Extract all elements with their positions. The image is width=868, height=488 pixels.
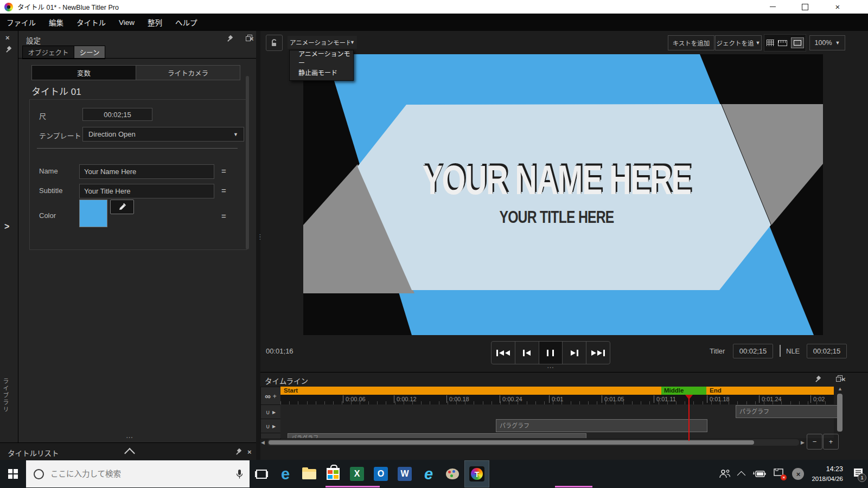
- title-list-pin-icon[interactable]: [235, 448, 241, 455]
- library-vertical-label[interactable]: ライブラリ: [1, 378, 10, 413]
- timeline-track-1[interactable]: パラグラフ: [280, 404, 834, 419]
- track-header-1[interactable]: ∪ ▶: [260, 404, 281, 420]
- clip-paragraph-3[interactable]: パラグラフ: [288, 433, 586, 438]
- subtab-light-camera[interactable]: ライトカメラ: [136, 66, 240, 80]
- action-center-button[interactable]: 1: [853, 468, 864, 480]
- menu-title[interactable]: タイトル: [70, 14, 112, 31]
- grid-toggle-icon[interactable]: [767, 40, 774, 46]
- subtitle-link-button[interactable]: =: [221, 186, 226, 195]
- eyedropper-button[interactable]: [110, 200, 134, 214]
- template-dropdown[interactable]: Direction Open ▼: [82, 127, 244, 142]
- timeline-marker-bar[interactable]: Start Middle End: [280, 387, 834, 395]
- start-button[interactable]: [0, 461, 26, 487]
- hidden-icons-chevron-icon[interactable]: [737, 471, 746, 479]
- settings-close-icon[interactable]: ×: [250, 35, 254, 42]
- panel-splitter[interactable]: ⋮: [256, 31, 260, 460]
- nle-duration-field[interactable]: 00:02;15: [807, 344, 847, 358]
- subtitle-input[interactable]: [79, 184, 214, 198]
- taskbar-app-excel[interactable]: X: [345, 461, 369, 487]
- zoom-dropdown[interactable]: 100% ▼: [809, 35, 845, 50]
- name-input[interactable]: [79, 164, 214, 179]
- menu-file[interactable]: ファイル: [0, 14, 42, 31]
- hscroll-left-arrow-icon[interactable]: ◀: [261, 440, 265, 445]
- settings-pin-icon[interactable]: [227, 35, 233, 42]
- track-header-3[interactable]: [260, 433, 281, 439]
- previous-frame-button[interactable]: [515, 342, 539, 364]
- taskbar-app-titler-pro-active[interactable]: T: [464, 460, 489, 487]
- close-button[interactable]: ×: [821, 0, 854, 14]
- timeline-zoom-in-button[interactable]: +: [823, 434, 839, 450]
- settings-scrollbar[interactable]: [246, 76, 249, 249]
- tab-scene[interactable]: シーン: [74, 46, 105, 59]
- collapse-chevron-icon[interactable]: [124, 448, 135, 459]
- next-frame-button[interactable]: [562, 342, 586, 364]
- title-list-close-icon[interactable]: ×: [247, 448, 252, 455]
- color-link-button[interactable]: =: [221, 211, 226, 221]
- subtab-variables[interactable]: 変数: [32, 66, 136, 80]
- battery-icon[interactable]: [752, 470, 766, 478]
- timeline-track-3[interactable]: パラグラフ: [280, 433, 834, 438]
- clip-paragraph-2[interactable]: パラグラフ: [496, 419, 707, 432]
- go-to-end-button[interactable]: [586, 342, 610, 364]
- safe-area-toggle-icon[interactable]: [791, 37, 804, 48]
- rail-expand-chevron-icon[interactable]: >: [4, 222, 9, 232]
- timeline-track-2[interactable]: パラグラフ: [280, 419, 834, 433]
- track-header-master[interactable]: ∞ +: [260, 387, 281, 406]
- hscroll-right-arrow-icon[interactable]: ▶: [801, 440, 805, 445]
- add-text-button[interactable]: キストを追加: [668, 35, 714, 50]
- search-input[interactable]: [49, 469, 236, 479]
- timeline-ruler[interactable]: 0:00.06 0:00.12 0:00.18 0:00.24 0:01 0:0…: [280, 395, 834, 404]
- task-view-button[interactable]: [250, 461, 273, 487]
- taskbar-app-edge[interactable]: e: [273, 461, 297, 487]
- lock-button[interactable]: [266, 35, 283, 51]
- menu-edit[interactable]: 編集: [42, 14, 70, 31]
- rail-pin-icon[interactable]: [5, 46, 11, 53]
- menu-item-still-mode[interactable]: 静止画モード: [290, 65, 353, 80]
- taskbar-app-outlook[interactable]: O: [369, 461, 393, 487]
- preview-resize-handle-icon[interactable]: ⋯: [547, 363, 555, 371]
- microphone-icon[interactable]: [236, 469, 243, 479]
- maximize-button[interactable]: [789, 0, 821, 14]
- settings-panel: 設定 × オブジェクト シーン 変数 ライトカメラ タイトル 01 尺 00:0…: [18, 31, 257, 442]
- menu-item-animation-mode[interactable]: アニメーションモー: [290, 50, 353, 65]
- menu-view[interactable]: View: [112, 14, 141, 31]
- timeline-hscrollbar[interactable]: [267, 439, 799, 446]
- taskbar-app-file-explorer[interactable]: [297, 461, 321, 487]
- animation-mode-dropdown[interactable]: アニメーションモード ▼: [288, 36, 357, 49]
- sync-error-icon[interactable]: ×: [792, 468, 804, 480]
- rail-close-icon[interactable]: ×: [5, 34, 10, 41]
- people-icon[interactable]: [719, 469, 731, 479]
- taskbar-app-store[interactable]: [321, 461, 345, 487]
- name-link-button[interactable]: =: [221, 166, 226, 176]
- add-object-button[interactable]: ジェクトを追▼: [715, 35, 762, 50]
- taskbar-app-word[interactable]: W: [393, 461, 417, 487]
- running-app-underline: [326, 486, 380, 487]
- settings-resize-handle-icon[interactable]: ⋯: [126, 433, 134, 441]
- menu-help[interactable]: ヘルプ: [169, 14, 204, 31]
- track-header-2[interactable]: ∪ ▶: [260, 419, 281, 434]
- go-to-start-button[interactable]: [492, 342, 515, 364]
- color-swatch[interactable]: [79, 200, 107, 227]
- ruler-toggle-icon[interactable]: [778, 40, 787, 46]
- vscroll-up-arrow-icon[interactable]: ▲: [838, 386, 843, 391]
- taskbar-app-internet-explorer[interactable]: e: [417, 461, 441, 487]
- pause-button[interactable]: [539, 342, 563, 364]
- titler-duration-field[interactable]: 00:02;15: [733, 344, 773, 358]
- timeline-pin-icon[interactable]: [815, 376, 821, 382]
- playhead-handle[interactable]: [685, 395, 693, 403]
- tab-object[interactable]: オブジェクト: [22, 46, 74, 59]
- menu-align[interactable]: 整列: [141, 14, 169, 31]
- marker-middle-segment[interactable]: Middle: [661, 387, 706, 395]
- taskbar-clock[interactable]: 14:23 2018/04/26: [812, 465, 843, 483]
- hscroll-thumb[interactable]: [269, 440, 754, 445]
- taskbar-search-box[interactable]: [26, 460, 250, 487]
- display-error-icon[interactable]: ×: [774, 468, 784, 479]
- timeline-close-icon[interactable]: ×: [841, 376, 846, 383]
- preview-canvas[interactable]: YOUR NAME HERE YOUR TITLE HERE: [303, 54, 823, 335]
- timeline-zoom-out-button[interactable]: −: [807, 434, 822, 450]
- timeline-vscrollbar-thumb[interactable]: [837, 394, 843, 432]
- clip-paragraph-1[interactable]: パラグラフ: [736, 405, 838, 418]
- minimize-button[interactable]: [756, 0, 789, 14]
- duration-field[interactable]: 00:02;15: [82, 108, 152, 121]
- taskbar-app-paint[interactable]: [441, 461, 464, 487]
